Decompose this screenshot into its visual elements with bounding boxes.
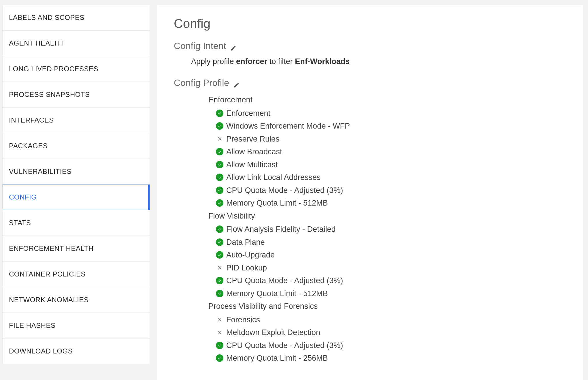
- config-item: Memory Quota Limit - 512MB: [216, 288, 566, 300]
- check-circle-icon: [216, 187, 223, 194]
- check-circle-icon: [216, 122, 223, 130]
- config-item: Allow Link Local Addresses: [216, 172, 566, 183]
- sidebar-item-file-hashes[interactable]: FILE HASHES: [3, 313, 150, 338]
- check-circle-icon: [216, 199, 223, 207]
- config-item-label: Forensics: [226, 314, 260, 326]
- config-item-label: Auto-Upgrade: [226, 249, 275, 261]
- sidebar-item-config[interactable]: CONFIG: [3, 185, 150, 210]
- page-layout: LABELS AND SCOPESAGENT HEALTHLONG LIVED …: [2, 5, 583, 380]
- x-icon: [216, 329, 223, 336]
- sidebar-item-enforcement-health[interactable]: ENFORCEMENT HEALTH: [3, 236, 150, 262]
- config-item: CPU Quota Mode - Adjusted (3%): [216, 185, 566, 196]
- config-profile-label: Config Profile: [174, 78, 229, 88]
- config-intent-text: Apply profile enforcer to filter Enf-Wor…: [191, 57, 566, 66]
- check-circle-icon: [216, 251, 223, 259]
- check-circle-icon: [216, 174, 223, 181]
- config-item-label: PID Lookup: [226, 262, 267, 274]
- edit-intent-button[interactable]: [230, 43, 236, 49]
- sidebar-item-labels-and-scopes[interactable]: LABELS AND SCOPES: [3, 5, 150, 31]
- x-icon: [216, 135, 223, 143]
- config-item-label: Memory Quota Limit - 512MB: [226, 288, 328, 300]
- config-item: Enforcement: [216, 108, 566, 119]
- pencil-icon: [230, 45, 236, 51]
- config-group-title: Enforcement: [208, 94, 566, 106]
- config-item: Flow Analysis Fidelity - Detailed: [216, 223, 566, 235]
- sidebar-item-stats[interactable]: STATS: [3, 210, 150, 236]
- sidebar-item-agent-health[interactable]: AGENT HEALTH: [3, 31, 150, 56]
- config-intent-heading: Config Intent: [174, 41, 566, 51]
- sidebar-item-download-logs[interactable]: DOWNLOAD LOGS: [3, 338, 150, 364]
- config-profile-heading: Config Profile: [174, 78, 566, 88]
- check-circle-icon: [216, 161, 223, 168]
- config-item-label: Flow Analysis Fidelity - Detailed: [226, 223, 336, 235]
- check-circle-icon: [216, 238, 223, 246]
- config-item: Meltdown Exploit Detection: [216, 327, 566, 338]
- page-title: Config: [174, 16, 566, 31]
- check-circle-icon: [216, 225, 223, 233]
- config-item: Memory Quota Limit - 512MB: [216, 197, 566, 209]
- sidebar-item-process-snapshots[interactable]: PROCESS SNAPSHOTS: [3, 82, 150, 108]
- x-icon: [216, 264, 223, 272]
- sidebar-item-vulnerabilities[interactable]: VULNERABILITIES: [3, 159, 150, 185]
- config-item: Allow Broadcast: [216, 146, 566, 158]
- config-item: CPU Quota Mode - Adjusted (3%): [216, 340, 566, 351]
- sidebar-item-interfaces[interactable]: INTERFACES: [3, 108, 150, 133]
- check-circle-icon: [216, 110, 223, 117]
- config-item: Windows Enforcement Mode - WFP: [216, 120, 566, 132]
- config-group-title: Process Visibility and Forensics: [208, 300, 566, 312]
- config-item-label: Memory Quota Limit - 256MB: [226, 352, 328, 364]
- config-item: CPU Quota Mode - Adjusted (3%): [216, 275, 566, 287]
- sidebar-item-network-anomalies[interactable]: NETWORK ANOMALIES: [3, 287, 150, 313]
- pencil-icon: [233, 82, 240, 88]
- check-circle-icon: [216, 148, 223, 155]
- config-item-label: Windows Enforcement Mode - WFP: [226, 120, 350, 132]
- config-item-label: Data Plane: [226, 236, 265, 248]
- config-item-label: Meltdown Exploit Detection: [226, 327, 320, 338]
- config-item: Memory Quota Limit - 256MB: [216, 352, 566, 364]
- config-item-label: CPU Quota Mode - Adjusted (3%): [226, 340, 343, 351]
- main-panel: Config Config Intent Apply profile enfor…: [157, 5, 583, 380]
- config-item: Allow Multicast: [216, 159, 566, 171]
- config-item: Preserve Rules: [216, 133, 566, 145]
- sidebar-item-long-lived-processes[interactable]: LONG LIVED PROCESSES: [3, 56, 150, 82]
- config-profile-body: EnforcementEnforcementWindows Enforcemen…: [208, 94, 566, 364]
- check-circle-icon: [216, 277, 223, 284]
- check-circle-icon: [216, 354, 223, 362]
- check-circle-icon: [216, 290, 223, 297]
- config-item-label: Enforcement: [226, 108, 270, 119]
- config-item-label: Memory Quota Limit - 512MB: [226, 197, 328, 209]
- x-icon: [216, 316, 223, 323]
- sidebar-nav: LABELS AND SCOPESAGENT HEALTHLONG LIVED …: [2, 5, 150, 364]
- config-group-title: Flow Visibility: [208, 210, 566, 222]
- config-intent-label: Config Intent: [174, 41, 226, 51]
- check-circle-icon: [216, 342, 223, 349]
- config-item-label: CPU Quota Mode - Adjusted (3%): [226, 185, 343, 196]
- config-item: Forensics: [216, 314, 566, 326]
- config-item: Data Plane: [216, 236, 566, 248]
- edit-profile-button[interactable]: [233, 80, 240, 86]
- config-item-label: CPU Quota Mode - Adjusted (3%): [226, 275, 343, 287]
- config-item: PID Lookup: [216, 262, 566, 274]
- sidebar-item-packages[interactable]: PACKAGES: [3, 133, 150, 159]
- config-item-label: Preserve Rules: [226, 133, 280, 145]
- config-item-label: Allow Link Local Addresses: [226, 172, 321, 183]
- config-item-label: Allow Broadcast: [226, 146, 282, 158]
- config-item-label: Allow Multicast: [226, 159, 278, 171]
- sidebar-item-container-policies[interactable]: CONTAINER POLICIES: [3, 262, 150, 287]
- config-item: Auto-Upgrade: [216, 249, 566, 261]
